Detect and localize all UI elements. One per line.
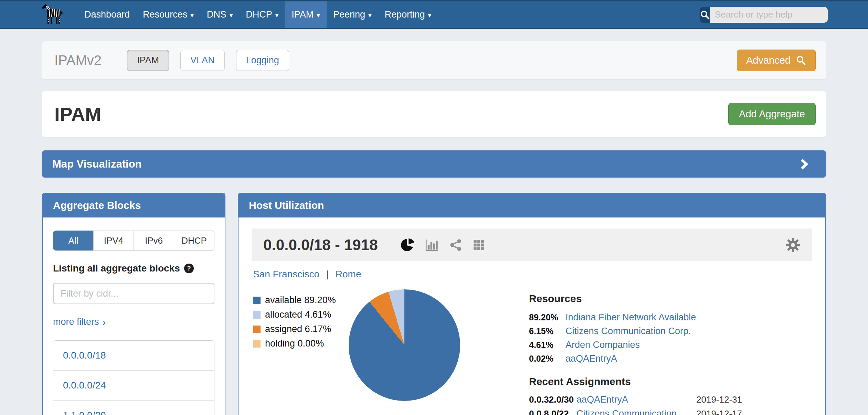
caret-down-icon: ▾ xyxy=(428,11,432,19)
host-utilization-panel: Host Utilization 0.0.0.0/18 - 1918 xyxy=(238,193,826,415)
caret-down-icon: ▾ xyxy=(368,11,372,19)
legend-label: allocated 4.61% xyxy=(265,309,331,320)
more-filters-link[interactable]: more filters › xyxy=(53,317,106,327)
tab-ipv6[interactable]: IPv6 xyxy=(134,231,174,251)
nav-label: DHCP xyxy=(246,9,272,20)
resources-heading: Resources xyxy=(529,293,742,305)
tab-all[interactable]: All xyxy=(53,231,94,251)
resource-row: 4.61% Arden Companies xyxy=(529,340,742,350)
legend-swatch-assigned xyxy=(253,326,261,333)
assignment-cidr: 0.0.8.0/22 xyxy=(529,408,576,415)
aggregate-block-list: 0.0.0.0/18 0.0.0.0/24 1.1.0.0/20 1.1.4.0… xyxy=(53,340,214,415)
aggregate-blocks-body: All IPV4 IPv6 DHCP Listing all aggregate… xyxy=(43,217,225,415)
assignment-row: 0.0.8.0/22 Citizens Communication Corp. … xyxy=(529,408,742,415)
legend-swatch-available xyxy=(253,297,261,304)
nav-item-peering[interactable]: Peering ▾ xyxy=(327,1,378,28)
tab-logging[interactable]: Logging xyxy=(236,50,289,71)
location-link-san-francisco[interactable]: San Franscisco xyxy=(253,269,319,279)
caret-down-icon: ▾ xyxy=(317,11,320,19)
caret-down-icon: ▾ xyxy=(190,11,194,19)
location-links: San Franscisco | Rome xyxy=(252,269,812,280)
aggregate-block-link[interactable]: 1.1.0.0/20 xyxy=(53,400,214,415)
resource-percent: 89.20% xyxy=(529,312,565,322)
advanced-label: Advanced xyxy=(746,55,791,66)
nav-item-dashboard[interactable]: Dashboard xyxy=(78,1,136,28)
block-toolbar: 0.0.0.0/18 - 1918 xyxy=(252,228,812,261)
grid-icon[interactable] xyxy=(473,239,485,251)
cidr-filter-input[interactable] xyxy=(53,283,214,304)
resource-row: 6.15% Citizens Communication Corp. xyxy=(529,326,742,337)
nav-label: IPAM xyxy=(292,9,314,20)
help-icon[interactable]: ? xyxy=(184,264,194,273)
legend-label: available 89.20% xyxy=(265,295,336,306)
assignment-date: 2019-12-31 xyxy=(696,394,742,405)
section-title: IPAMv2 xyxy=(54,53,102,68)
nav-item-dns[interactable]: DNS ▾ xyxy=(200,1,240,28)
ipamv2-toolbar: IPAMv2 IPAM VLAN Logging Advanced xyxy=(42,41,826,79)
resources-rows: 89.20% Indiana Fiber Network Available 6… xyxy=(529,312,742,364)
page-title: IPAM xyxy=(54,103,101,125)
pie-legend: available 89.20% allocated 4.61% assigne… xyxy=(252,293,349,415)
resource-percent: 4.61% xyxy=(529,340,565,350)
caret-down-icon: ▾ xyxy=(230,11,233,19)
aggregate-block-link[interactable]: 0.0.0.0/24 xyxy=(53,370,214,400)
caret-down-icon: ▾ xyxy=(275,11,279,19)
assignment-link[interactable]: aaQAEntryA xyxy=(576,394,696,405)
location-link-rome[interactable]: Rome xyxy=(336,269,361,279)
nav-item-dhcp[interactable]: DHCP ▾ xyxy=(239,1,285,28)
share-icon[interactable] xyxy=(449,239,462,251)
link-separator: | xyxy=(326,269,329,279)
assignment-date: 2019-12-17 xyxy=(696,408,742,415)
search-input[interactable] xyxy=(710,7,828,23)
assignment-row: 0.0.32.0/30 aaQAEntryA 2019-12-31 xyxy=(529,394,742,405)
add-aggregate-button[interactable]: Add Aggregate xyxy=(728,103,816,125)
dashboard-columns: Aggregate Blocks All IPV4 IPv6 DHCP List… xyxy=(42,193,826,415)
nav-label: Resources xyxy=(143,9,187,20)
nav-label: Reporting xyxy=(385,9,425,20)
nav-label: Peering xyxy=(333,9,365,20)
nav-label: DNS xyxy=(207,9,226,20)
chevron-right-icon[interactable] xyxy=(798,158,809,170)
tab-vlan[interactable]: VLAN xyxy=(180,50,225,71)
search-icon[interactable] xyxy=(700,7,710,23)
settings-gear-icon[interactable] xyxy=(785,237,801,253)
view-toggle-icons xyxy=(401,238,485,252)
zebra-logo[interactable] xyxy=(41,1,65,28)
global-search xyxy=(700,7,828,23)
resource-percent: 0.02% xyxy=(529,354,565,364)
host-utilization-body: 0.0.0.0/18 - 1918 xyxy=(239,217,825,415)
recent-assignments-heading: Recent Assignments xyxy=(529,376,742,387)
resource-link[interactable]: Citizens Communication Corp. xyxy=(565,326,691,337)
bar-chart-icon[interactable] xyxy=(425,239,438,251)
block-title: 0.0.0.0/18 - 1918 xyxy=(263,236,378,254)
nav-item-resources[interactable]: Resources ▾ xyxy=(136,1,200,28)
more-filters-label: more filters xyxy=(53,317,99,327)
legend-row: holding 0.00% xyxy=(253,338,349,349)
resource-link[interactable]: aaQAEntryA xyxy=(565,353,617,364)
pie-chart-icon[interactable] xyxy=(401,238,414,252)
tab-dhcp[interactable]: DHCP xyxy=(174,231,214,251)
map-visualization-bar[interactable]: Map Visualization xyxy=(42,150,826,178)
recent-assignments-rows: 0.0.32.0/30 aaQAEntryA 2019-12-31 0.0.8.… xyxy=(529,394,742,415)
top-navbar: Dashboard Resources ▾ DNS ▾ DHCP ▾ IPAM … xyxy=(0,0,868,29)
advanced-search-button[interactable]: Advanced xyxy=(737,50,816,71)
host-utilization-title: Host Utilization xyxy=(239,193,825,217)
nav-item-ipam[interactable]: IPAM ▾ xyxy=(285,1,327,28)
search-icon xyxy=(795,55,806,66)
resource-row: 0.02% aaQAEntryA xyxy=(529,353,742,364)
chevron-right-icon: › xyxy=(103,317,106,327)
assignment-link[interactable]: Citizens Communication Corp. xyxy=(576,408,696,415)
resource-link[interactable]: Arden Companies xyxy=(565,340,640,350)
resource-link[interactable]: Indiana Fiber Network Available xyxy=(565,312,696,323)
aggregate-blocks-panel: Aggregate Blocks All IPV4 IPv6 DHCP List… xyxy=(42,193,225,415)
legend-row: assigned 6.17% xyxy=(253,324,349,334)
legend-row: available 89.20% xyxy=(253,295,349,306)
tab-ipam[interactable]: IPAM xyxy=(127,50,169,71)
legend-label: holding 0.00% xyxy=(265,338,324,349)
map-visualization-title: Map Visualization xyxy=(52,158,142,170)
zebra-icon xyxy=(41,3,65,26)
resources-column: Resources 89.20% Indiana Fiber Network A… xyxy=(529,293,742,415)
aggregate-block-link[interactable]: 0.0.0.0/18 xyxy=(53,341,214,370)
tab-ipv4[interactable]: IPV4 xyxy=(93,231,134,251)
nav-item-reporting[interactable]: Reporting ▾ xyxy=(378,1,438,28)
